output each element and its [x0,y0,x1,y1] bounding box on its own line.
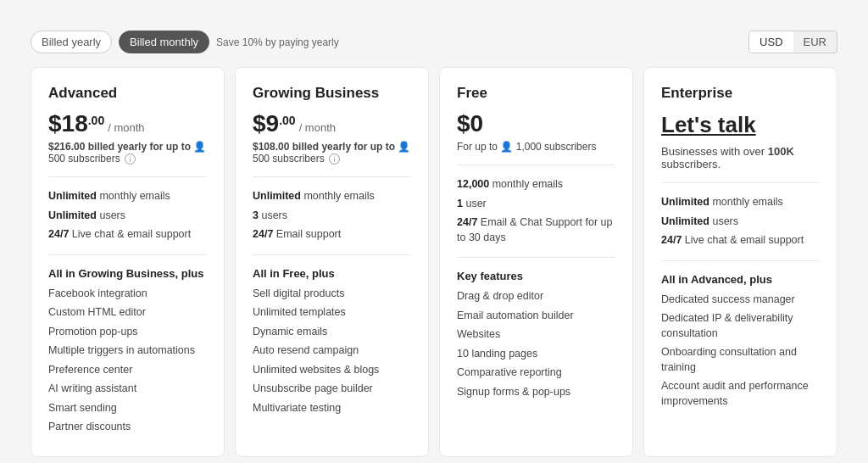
enterprise-desc-1: Businesses with over [661,145,768,158]
feature-users-growing: 3 users [253,209,411,224]
plan-price-free: $0 [457,112,615,136]
price-dollar-free: $0 [457,112,483,136]
divider-1-advanced [48,176,207,177]
price-period-growing: / month [299,121,336,134]
feature-users-advanced: Unlimited users [48,209,207,224]
feature-users-enterprise: Unlimited users [661,215,820,230]
person-icon-advanced: 👤 [193,141,206,153]
person-icon-growing: 👤 [398,141,410,153]
lets-talk: Let's talk [661,112,820,138]
plan-growing: Growing Business $9 .00 / month $108.00 … [235,67,429,457]
price-yearly-growing: $108.00 billed yearly for up to 👤 500 su… [253,141,411,165]
section-title-advanced: All in Growing Business, plus [48,267,207,280]
extra-4-advanced: Preference center [48,363,207,378]
plan-price-growing: $9 .00 / month [253,112,411,136]
feature-users-free: 1 user [457,197,615,212]
billed-monthly-button[interactable]: Billed monthly [119,31,209,53]
extra-6-advanced: Smart sending [48,401,207,416]
feature-emails-free: 12,000 monthly emails [457,177,615,192]
section-title-growing: All in Free, plus [253,267,411,280]
yearly-text-advanced: $216.00 billed yearly for up to [48,141,191,153]
divider-2-growing [253,254,411,255]
price-yearly-advanced: $216.00 billed yearly for up to 👤 500 su… [48,141,207,165]
subscribers-advanced: 500 subscribers [48,153,120,165]
save-text: Save 10% by paying yearly [216,36,339,48]
price-cents-advanced: .00 [88,114,104,127]
feature-emails-enterprise: Unlimited monthly emails [661,195,820,210]
divider-1-growing [253,176,411,177]
extra-1-advanced: Custom HTML editor [48,305,207,321]
subscribers-growing: 500 subscribers [253,153,325,165]
extra-3-enterprise: Account audit and performance improvemen… [661,379,820,409]
usd-button[interactable]: USD [749,31,793,53]
divider-2-free [457,257,615,258]
feature-emails-growing: Unlimited monthly emails [253,189,411,204]
divider-2-enterprise [661,260,820,261]
extra-0-free: Drag & drop editor [457,289,615,304]
billed-yearly-button[interactable]: Billed yearly [31,31,112,53]
price-yearly-free: For up to 👤 1,000 subscribers [457,141,615,153]
yearly-text-growing: $108.00 billed yearly for up to [253,141,395,153]
extra-5-advanced: AI writing assistant [48,382,207,397]
extra-7-advanced: Partner discounts [48,420,207,435]
extra-1-enterprise: Dedicated IP & deliverability consultati… [661,311,820,341]
plan-enterprise: Enterprise Let's talk Businesses with ov… [643,67,837,457]
extra-1-free: Email automation builder [457,309,615,324]
plan-advanced: Advanced $18 .00 / month $216.00 billed … [31,67,225,457]
section-title-free: Key features [457,270,615,282]
divider-2-advanced [48,254,207,255]
feature-support-growing: 24/7 Email support [253,227,411,243]
for-up-to-free: For up to [457,141,498,153]
plan-price-advanced: $18 .00 / month [48,112,207,136]
price-cents-growing: .00 [279,114,295,127]
extra-0-enterprise: Dedicated success manager [661,293,820,308]
plan-name-free: Free [457,85,615,102]
eur-button[interactable]: EUR [793,31,837,53]
plan-name-advanced: Advanced [48,85,207,102]
feature-support-enterprise: 24/7 Live chat & email support [661,233,820,248]
extra-2-enterprise: Onboarding consultation and training [661,345,820,375]
enterprise-desc-3: subscribers. [661,158,721,170]
extra-2-advanced: Promotion pop-ups [48,325,207,340]
price-period-advanced: / month [108,121,144,134]
extra-6-growing: Multivariate testing [253,401,411,416]
extra-1-growing: Unlimited templates [253,305,411,321]
plan-name-growing: Growing Business [253,85,411,102]
divider-1-enterprise [661,182,820,183]
extra-2-free: Websites [457,327,615,343]
feature-support-free: 24/7 Email & Chat Support for up to 30 d… [457,215,615,245]
enterprise-desc-bold: 100K [768,145,794,158]
extra-3-advanced: Multiple triggers in automations [48,343,207,359]
person-icon-free: 👤 [500,141,515,153]
extra-5-free: Signup forms & pop-ups [457,385,615,400]
price-dollar-growing: $9 [253,112,279,136]
extra-4-growing: Unlimited websites & blogs [253,363,411,378]
plan-name-enterprise: Enterprise [661,85,820,102]
extra-4-free: Comparative reporting [457,365,615,381]
section-title-enterprise: All in Advanced, plus [661,273,820,286]
currency-toggle: USD EUR [748,31,837,53]
enterprise-desc: Businesses with over 100K subscribers. [661,145,820,170]
plans-grid: Advanced $18 .00 / month $216.00 billed … [31,67,837,457]
extra-3-free: 10 landing pages [457,347,615,362]
feature-support-advanced: 24/7 Live chat & email support [48,227,207,243]
extra-3-growing: Auto resend campaign [253,343,411,359]
extra-5-growing: Unsubscribe page builder [253,382,411,397]
extra-0-growing: Sell digital products [253,287,411,302]
price-dollar-advanced: $18 [48,112,88,136]
divider-1-free [457,165,615,165]
billing-toggle: Billed yearly Billed monthly Save 10% by… [31,31,339,53]
extra-2-growing: Dynamic emails [253,325,411,340]
pricing-page: Billed yearly Billed monthly Save 10% by… [17,17,851,463]
subscribers-free: 1,000 subscribers [516,141,597,153]
feature-emails-advanced: Unlimited monthly emails [48,189,207,204]
extra-0-advanced: Facebook integration [48,287,207,302]
plan-free: Free $0 For up to 👤 1,000 subscribers 12… [439,67,633,457]
top-bar: Billed yearly Billed monthly Save 10% by… [31,31,837,53]
info-icon-advanced: i [125,153,136,165]
info-icon-growing: i [329,153,340,165]
